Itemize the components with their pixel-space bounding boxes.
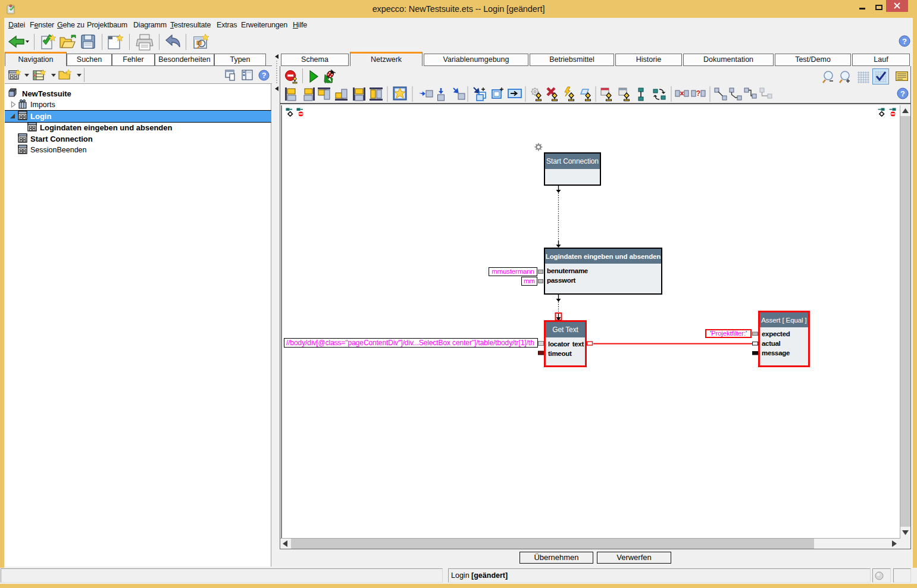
svg-text:?: ? [696,89,700,98]
svg-text:?: ? [902,37,907,46]
svg-text:?: ? [262,71,267,80]
